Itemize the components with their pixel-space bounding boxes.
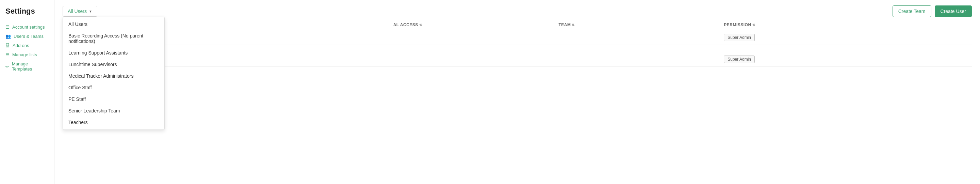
permission-badge-3: Super Admin [724,56,755,63]
sidebar-item-account-settings-label: Account settings [12,24,45,30]
dropdown-item-lunchtime-supervisors[interactable]: Lunchtime Supervisors [63,59,164,70]
filter-dropdown-menu: All Users Basic Recording Access (No par… [63,17,165,130]
dropdown-item-pe-staff[interactable]: PE Staff [63,93,164,105]
row-permission-1: Super Admin [724,34,972,41]
access-sort-icon: ⇅ [419,23,422,27]
dropdown-item-learning-support[interactable]: Learning Support Assistants [63,47,164,59]
dropdown-item-teachers[interactable]: Teachers [63,117,164,128]
sidebar-item-users-teams[interactable]: 👥 Users & Teams [5,32,49,41]
manage-lists-icon: ☰ [5,52,10,57]
team-sort-icon: ⇅ [572,23,575,27]
col-header-permission[interactable]: PERMISSION ⇅ [724,22,972,27]
dropdown-item-all-users[interactable]: All Users [63,18,164,30]
users-teams-icon: 👥 [5,34,11,39]
table-header: AL ACCESS ⇅ TEAM ⇅ PERMISSION ⇅ [63,22,972,30]
manage-templates-icon: ✏ [5,64,9,69]
top-bar: All Users ▼ All Users Basic Recording Ac… [63,5,972,17]
dropdown-item-medical-tracker[interactable]: Medical Tracker Administrators [63,70,164,82]
sidebar-item-manage-lists[interactable]: ☰ Manage lists [5,50,49,59]
permission-sort-icon: ⇅ [752,23,756,27]
top-actions: Create Team Create User [892,5,972,17]
filter-dropdown[interactable]: All Users ▼ All Users Basic Recording Ac… [63,6,97,17]
sidebar-item-users-teams-label: Users & Teams [14,34,43,39]
create-user-button[interactable]: Create User [935,5,972,17]
main-content: All Users ▼ All Users Basic Recording Ac… [54,0,980,184]
dropdown-item-basic-recording[interactable]: Basic Recording Access (No parent notifi… [63,30,164,47]
col-header-access[interactable]: AL ACCESS ⇅ [393,22,559,27]
sidebar-item-add-ons-label: Add-ons [13,43,29,48]
row-permission-3: Super Admin [724,56,972,63]
sidebar: Settings ☰ Account settings 👥 Users & Te… [0,0,54,184]
dropdown-caret-icon: ▼ [89,10,92,13]
sidebar-item-manage-templates[interactable]: ✏ Manage Templates [5,59,49,74]
sidebar-item-manage-lists-label: Manage lists [12,52,37,57]
table-row: Super Admin [63,30,972,45]
sidebar-item-add-ons[interactable]: 🗄 Add-ons [5,41,49,50]
sidebar-item-account-settings[interactable]: ☰ Account settings [5,22,49,32]
permission-badge-1: Super Admin [724,34,755,41]
add-ons-icon: 🗄 [5,43,10,48]
sidebar-item-manage-templates-label: Manage Templates [12,61,49,72]
create-team-button[interactable]: Create Team [892,5,931,17]
table-row: Super Admin [63,52,972,67]
all-users-filter-button[interactable]: All Users ▼ [63,6,97,17]
filter-label: All Users [68,8,87,14]
dropdown-item-office-staff[interactable]: Office Staff [63,82,164,93]
col-header-team[interactable]: TEAM ⇅ [558,22,724,27]
dropdown-item-senior-leadership[interactable]: Senior Leadership Team [63,105,164,117]
settings-title: Settings [5,7,49,16]
account-settings-icon: ☰ [5,24,10,30]
table-row [63,45,972,52]
